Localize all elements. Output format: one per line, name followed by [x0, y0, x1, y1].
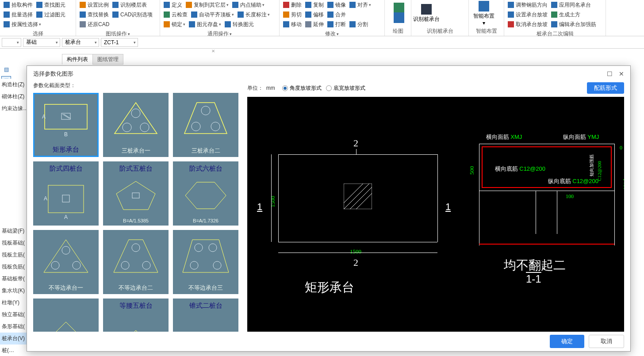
shape-step-5[interactable]: 阶式五桩台 B=A/1.5385	[103, 161, 169, 226]
sidebar-item[interactable]: 砌体柱(Z)	[0, 91, 27, 103]
merge-button[interactable]: 合并	[326, 10, 348, 19]
cancel-slope-button[interactable]: 取消承台放坡	[506, 19, 549, 29]
find-replace-button[interactable]: 查找替换	[78, 10, 111, 19]
delete-icon	[283, 2, 289, 8]
delete-button[interactable]: 删除	[281, 0, 303, 10]
sidebar-item[interactable]: 集水坑(K)	[0, 285, 27, 297]
close-icon[interactable]: ✕	[619, 70, 624, 77]
combo-name[interactable]: ZCT-1	[101, 38, 138, 47]
combo-category[interactable]: 基础	[23, 38, 60, 47]
shape-unequal-1[interactable]: 不等边承台一	[33, 230, 99, 294]
cloud-check-button[interactable]: 云检查	[162, 10, 189, 19]
shape-cone-2[interactable]: 锥式二桩台	[173, 299, 238, 332]
radio-width-slope[interactable]: 底宽放坡形式	[326, 84, 365, 92]
apply-same-cap-button[interactable]: 应用同名承台	[549, 0, 593, 10]
shape-iso-5[interactable]: 等腰五桩台 B	[103, 299, 169, 332]
shape-label: 不等边承台二	[104, 282, 168, 294]
offset-button[interactable]: 偏移	[303, 10, 326, 19]
cancel-button[interactable]: 取消	[589, 335, 624, 348]
copy-to-layer-button[interactable]: 复制到其它层▾	[184, 0, 230, 10]
dim-1500-h[interactable]: 1500	[350, 248, 361, 255]
shape-rect-cap[interactable]: BA 矩形承台	[33, 93, 99, 157]
sidebar-item[interactable]: 筏板主筋(	[0, 249, 27, 261]
filter-element-button[interactable]: 过滤图元	[34, 10, 67, 19]
short-val[interactable]: C12@200	[597, 161, 602, 181]
maximize-icon[interactable]: ☐	[607, 70, 613, 77]
shape-label: 三桩承台一	[104, 145, 168, 157]
preview-viewport[interactable]: 2 1 1 2 矩形承台 1500 1500 横向面筋 XMJ 纵向面筋	[247, 97, 624, 332]
tab-drawing-manage[interactable]: 图纸管理	[92, 54, 123, 65]
dim-1500-v[interactable]: 1500	[269, 196, 276, 207]
convert-element-button[interactable]: 转换图元	[223, 19, 256, 29]
move-button[interactable]: 移动	[281, 19, 303, 29]
smart-layout-button[interactable]: 智能布置 ▾	[471, 0, 497, 27]
lock-button[interactable]: 锁定▾	[162, 19, 187, 29]
pick-component-button[interactable]: 拾取构件	[2, 0, 34, 10]
break-button[interactable]: 打断	[326, 19, 348, 29]
combo-1[interactable]	[2, 38, 21, 47]
select-by-property-button[interactable]: 按属性选择▾	[2, 19, 43, 29]
restore-cad-button[interactable]: 还原CAD	[78, 19, 111, 29]
length-annotate-button[interactable]: 长度标注▾	[236, 10, 272, 19]
h-face-label: 横向面筋 XMJ	[486, 133, 522, 141]
save-element-button[interactable]: 图元存盘▾	[187, 19, 223, 29]
sidebar-item[interactable]: 筏板基础(	[0, 237, 27, 249]
mirror-button[interactable]: 镜像	[326, 0, 348, 10]
dim-500[interactable]: 500	[468, 166, 475, 175]
ribbon-group-draw: 绘图	[385, 0, 411, 36]
ribbon-group-label: 图纸操作▾	[78, 29, 158, 38]
close-icon[interactable]: ✕	[211, 49, 215, 54]
dim-100[interactable]: 100	[566, 193, 574, 200]
find-element-button[interactable]: 查找图元	[34, 0, 67, 10]
shape-step-4[interactable]: 阶式四桩台 AA	[33, 161, 99, 226]
sidebar-item-active[interactable]: 桩承台(V)	[0, 333, 27, 345]
shape-three-pile-1[interactable]: 三桩承台一	[103, 93, 169, 157]
tab-component-list[interactable]: 构件列表	[62, 54, 93, 65]
svg-text:B: B	[64, 131, 68, 138]
batch-select-button[interactable]: 批量选择	[2, 10, 34, 19]
cad-options-button[interactable]: CAD识别选项	[111, 10, 154, 19]
sidebar-item[interactable]: 柱墩(Y)	[0, 297, 27, 309]
shape-unequal-3[interactable]: 不等边承台三	[173, 230, 238, 294]
draw-point-button[interactable]	[392, 4, 408, 13]
shape-unequal-2[interactable]: 不等边承台二	[103, 230, 169, 294]
edit-strength-button[interactable]: 编辑承台加强筋	[549, 19, 598, 29]
sidebar-item[interactable]: 桩(…	[0, 345, 27, 356]
dim-10d[interactable]: 10*d	[622, 179, 624, 190]
draw-line-button[interactable]	[392, 13, 408, 23]
sidebar-item[interactable]: 条形基础(	[0, 321, 27, 333]
merge-icon	[327, 11, 334, 18]
align-button[interactable]: 对齐▾	[348, 0, 373, 10]
split-button[interactable]: 分割	[348, 19, 370, 29]
align-top-button[interactable]: 自动平齐顶板▾	[189, 10, 236, 19]
copy-button[interactable]: 复制	[303, 0, 326, 10]
gen-earth-button[interactable]: 生成土方	[549, 10, 582, 19]
combo-type[interactable]: 桩承台	[62, 38, 99, 47]
ok-button[interactable]: 确定	[550, 335, 584, 348]
ruler-icon	[238, 11, 244, 18]
adjust-rebar-button[interactable]: 调整钢筋方向	[506, 0, 549, 10]
extend-button[interactable]: 延伸	[303, 19, 326, 29]
sidebar-item[interactable]: 独立基础(	[0, 309, 27, 321]
nav-btn-1[interactable]: ▤	[1, 65, 11, 74]
sidebar-item[interactable]: 基础板带(	[0, 273, 27, 285]
cut-button[interactable]: 剪切	[281, 10, 303, 19]
define-button[interactable]: 定义	[162, 0, 184, 10]
identify-floor-button[interactable]: 识别楼层表	[111, 0, 149, 10]
sidebar-item[interactable]: 筏板负筋(	[0, 261, 27, 273]
set-slope-button[interactable]: 设置承台放坡	[506, 10, 549, 19]
convert-icon	[225, 21, 231, 27]
shape-three-pile-2[interactable]: 三桩承台二	[173, 93, 238, 157]
identify-cap-button[interactable]: 识别桩承台	[413, 0, 440, 27]
sidebar-item[interactable]: 基础梁(F)	[0, 225, 27, 237]
sidebar-item[interactable]: 约束边缘…	[0, 103, 27, 115]
shape-partial-1[interactable]	[33, 299, 99, 332]
radio-angle-slope[interactable]: 角度放坡形式	[282, 84, 322, 92]
shape-step-6[interactable]: 阶式六桩台 B=A/1.7326	[173, 161, 238, 226]
sidebar-item[interactable]: 构造柱(Z)	[0, 79, 27, 91]
set-scale-button[interactable]: 设置比例	[78, 0, 111, 10]
dialog-right-panel: 单位： mm 角度放坡形式 底宽放坡形式 配筋形式 2 1 1 2 矩形承台	[247, 82, 624, 332]
rebar-form-button[interactable]: 配筋形式	[587, 82, 624, 94]
point-assist-button[interactable]: 内点辅助▾	[230, 0, 266, 10]
dim-0[interactable]: 0	[620, 145, 622, 151]
